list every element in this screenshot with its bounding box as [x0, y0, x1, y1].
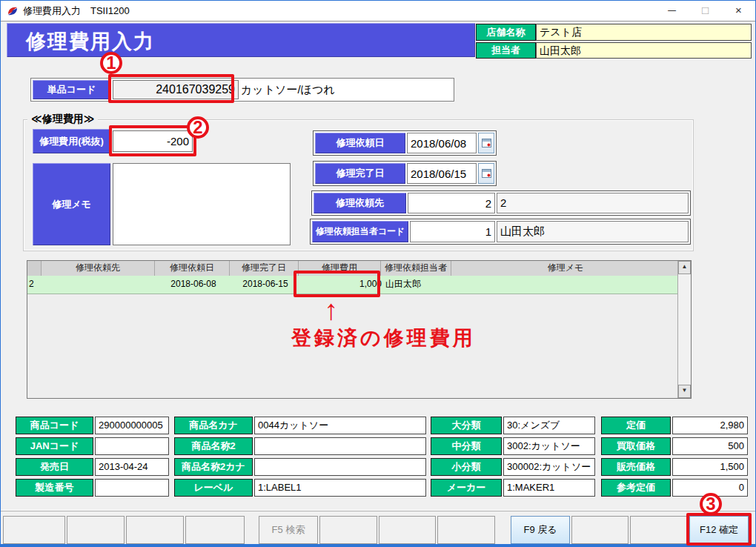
complete-date-label: 修理完了日 [315, 163, 405, 184]
table-scroll-down-icon[interactable]: ▼ [678, 385, 691, 398]
item-code-input[interactable] [113, 80, 239, 99]
repair-staff-row: 修理依頼担当者コード 山田太郎 [310, 219, 691, 245]
vendor-row: 修理依頼先 2 [311, 190, 691, 216]
maximize-button[interactable]: □ [689, 1, 722, 21]
cell-vendor-name [43, 276, 156, 294]
fkey-f3-button[interactable] [126, 516, 184, 544]
repair-staff-name-display: 山田太郎 [497, 221, 689, 242]
cell-cost: 1,000 [300, 276, 384, 294]
fkey-f4-button[interactable] [185, 516, 245, 544]
item-description: カットソー/ほつれ [241, 80, 452, 99]
cell-staff: 山田太郎 [384, 276, 456, 294]
complete-date-input[interactable] [407, 163, 477, 184]
col-header-request-date: 修理依頼日 [155, 261, 230, 276]
col-header-complete-date: 修理完了日 [230, 261, 299, 276]
list-price-label: 定価 [601, 417, 671, 434]
vendor-name-display: 2 [497, 193, 689, 213]
col-header-staff: 修理依頼担当者 [381, 261, 451, 276]
fkey-f9-back-button[interactable]: F9 戻る [511, 516, 570, 544]
product-name2-value [254, 437, 426, 455]
repair-staff-code-input[interactable] [410, 221, 495, 242]
calendar-icon [482, 139, 491, 147]
maker-value: 1:MAKER1 [503, 479, 595, 497]
table-scroll-up-icon[interactable]: ▲ [678, 261, 691, 274]
fkey-f2-button[interactable] [67, 516, 125, 544]
cell-request-date: 2018-06-08 [156, 276, 231, 294]
list-price-value: 2,980 [672, 417, 748, 434]
label-brand-value: 1:LABEL1 [254, 479, 426, 497]
page-header: 修理費用入力 [7, 23, 475, 57]
app-window: 修理費用入力 TSII1200 ─ □ × 修理費用入力 店舗名称 テスト店 担… [0, 0, 756, 547]
fkey-f7-button[interactable] [379, 516, 436, 544]
category-large-label: 大分類 [431, 417, 502, 434]
label-brand-label: レーベル [174, 479, 253, 497]
fkey-f11-button[interactable] [630, 516, 688, 544]
sell-price-label: 販売価格 [601, 458, 671, 476]
complete-date-row: 修理完了日 [313, 161, 497, 186]
product-code-label: 商品コード [16, 417, 93, 434]
category-mid-value: 3002:カットソー [503, 437, 595, 455]
fkey-f5-search-button[interactable]: F5 検索 [259, 516, 318, 544]
annotation-mark-1: 1 [100, 52, 122, 74]
request-date-calendar-button[interactable] [478, 133, 494, 153]
vendor-label: 修理依頼先 [314, 193, 406, 213]
fkey-f10-button[interactable] [571, 516, 629, 544]
annotation-arrow-up-icon: ↑ [324, 296, 338, 324]
staff-row: 担当者 山田太郎 [476, 42, 752, 59]
staff-label: 担当者 [476, 42, 536, 59]
maker-label: メーカー [431, 479, 502, 497]
window-title: 修理費用入力 TSII1200 [23, 1, 130, 21]
app-icon [7, 5, 19, 17]
title-bar: 修理費用入力 TSII1200 ─ □ × [1, 1, 755, 21]
fkey-f12-confirm-button[interactable]: F12 確定 [689, 516, 749, 544]
row-selector-header [27, 261, 42, 276]
store-label: 店舗名称 [476, 24, 536, 41]
col-header-vendor: 修理依頼先 [42, 261, 155, 276]
repair-groupbox: 修理費用(税抜) 修理メモ 修理依頼日 修理完了日 [23, 119, 694, 251]
cell-complete-date: 2018-06-15 [231, 276, 300, 294]
minimize-button[interactable]: ─ [655, 1, 689, 21]
product-name2-kana-value [254, 458, 426, 476]
repair-cost-label: 修理費用(税抜) [33, 129, 110, 153]
store-row: 店舗名称 テスト店 [476, 24, 752, 41]
item-code-label: 単品コード [33, 80, 110, 99]
category-small-label: 小分類 [431, 458, 502, 476]
product-code-value: 290000000005 [95, 417, 169, 434]
col-header-cost: 修理費用 [299, 261, 381, 276]
serial-number-label: 製造番号 [16, 479, 93, 497]
complete-date-calendar-button[interactable] [478, 163, 494, 184]
annotation-mark-3: 3 [700, 493, 722, 515]
product-name2-kana-label: 商品名称2カナ [174, 458, 253, 476]
page-title: 修理費用入力 [7, 23, 475, 55]
cell-vendor: 2 [27, 276, 43, 294]
cell-memo [456, 276, 680, 294]
fkey-f6-button[interactable] [319, 516, 377, 544]
vendor-code-input[interactable] [408, 193, 495, 213]
release-date-value: 2013-04-24 [95, 458, 169, 476]
table-row[interactable]: 2 2018-06-08 2018-06-15 1,000 山田太郎 [27, 276, 680, 294]
annotation-note: 登録済の修理費用 [291, 325, 476, 351]
request-date-input[interactable] [407, 133, 477, 153]
sell-price-value: 1,500 [672, 458, 748, 476]
repair-staff-label: 修理依頼担当者コード [312, 221, 408, 242]
request-date-row: 修理依頼日 [313, 130, 497, 156]
calendar-icon [482, 169, 491, 178]
repair-memo-textarea[interactable] [113, 163, 291, 245]
store-value: テスト店 [536, 24, 752, 41]
repair-memo-label: 修理メモ [33, 163, 110, 245]
window-bottom-edge [1, 544, 755, 546]
close-button[interactable]: × [722, 1, 755, 21]
category-small-value: 300002:カットソー [503, 458, 595, 476]
product-kana-value: 0044カットソー [254, 417, 426, 434]
buy-price-value: 500 [672, 437, 748, 455]
repair-cost-input[interactable] [113, 130, 193, 152]
product-name2-label: 商品名称2 [174, 437, 253, 455]
item-code-row: 単品コード カットソー/ほつれ [30, 78, 454, 102]
table-scrollbar[interactable]: ▲ ▼ [677, 261, 691, 398]
fkey-f8-button[interactable] [437, 516, 495, 544]
staff-value: 山田太郎 [536, 42, 752, 59]
serial-number-value [95, 479, 169, 497]
col-header-memo: 修理メモ [451, 261, 680, 276]
repair-group-title: ≪修理費用≫ [27, 113, 98, 126]
fkey-f1-button[interactable] [3, 516, 65, 544]
